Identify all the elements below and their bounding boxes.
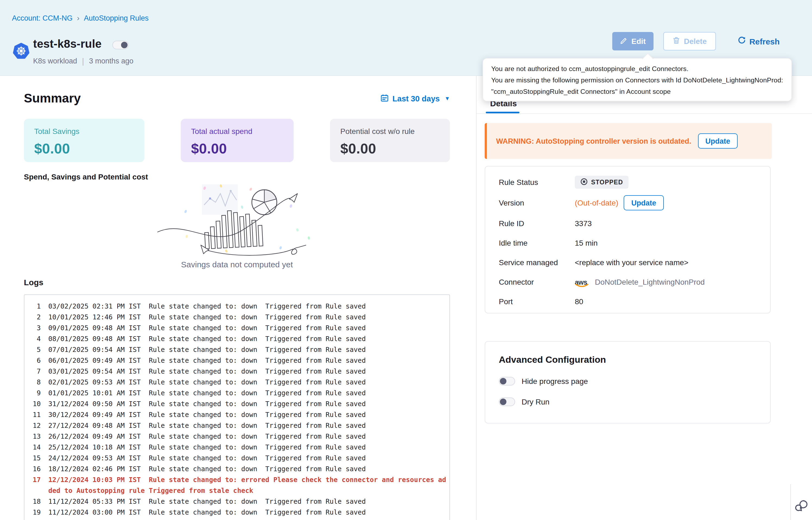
log-line: 103/02/2025 02:31 PM IST Rule state chan… xyxy=(32,301,449,312)
breadcrumb-autostopping-link[interactable]: AutoStopping Rules xyxy=(84,14,149,22)
pencil-icon xyxy=(620,36,628,46)
log-list[interactable]: 103/02/2025 02:31 PM IST Rule state chan… xyxy=(24,294,450,520)
calendar-icon xyxy=(380,94,389,103)
help-widget-divider xyxy=(790,484,791,520)
log-line: 1326/12/2024 09:49 AM IST Rule state cha… xyxy=(32,431,449,442)
toggle-label: Dry Run xyxy=(522,397,549,406)
row-label: Port xyxy=(499,297,575,306)
delete-button[interactable]: Delete xyxy=(663,32,716,50)
potential-cost-card: Potential cost w/o rule $0.00 xyxy=(330,119,450,162)
refresh-icon xyxy=(737,36,745,46)
card-value: $0.00 xyxy=(340,140,450,157)
log-line: 1130/12/2024 09:49 AM IST Rule state cha… xyxy=(32,409,449,420)
stopped-icon xyxy=(580,178,588,186)
summary-cards: Total Savings $0.00 Total actual spend $… xyxy=(24,119,450,162)
rule-meta: K8s workload | 3 months ago xyxy=(33,56,133,66)
log-line: 309/01/2025 09:48 AM IST Rule state chan… xyxy=(32,322,449,334)
toggle-label: Hide progress page xyxy=(522,377,588,386)
spend-section-heading: Spend, Savings and Potential cost xyxy=(24,173,148,181)
warning-update-button[interactable]: Update xyxy=(698,133,738,149)
delete-button-label: Delete xyxy=(684,37,707,46)
trash-icon xyxy=(672,36,680,46)
log-line: 408/01/2025 09:48 AM IST Rule state chan… xyxy=(32,334,449,344)
hide-progress-row: Hide progress page xyxy=(499,377,770,386)
permission-tooltip: You are not authorized to ccm_autostoppi… xyxy=(483,58,792,101)
controller-outdated-warning: WARNING: AutoStopping controller version… xyxy=(485,123,772,159)
version-status: (Out-of-date) xyxy=(575,199,618,207)
rule-id-value: 3373 xyxy=(575,219,592,228)
log-line: 606/01/2025 09:49 AM IST Rule state chan… xyxy=(32,355,449,366)
card-label: Potential cost w/o rule xyxy=(340,127,450,135)
connector-row: Connector aws DoNotDelete_LightwingNonPr… xyxy=(499,272,770,292)
status-badge-label: STOPPED xyxy=(591,179,623,185)
tooltip-line: You are not authorized to ccm_autostoppi… xyxy=(491,65,783,73)
card-label: Total Savings xyxy=(34,127,144,135)
dry-run-row: Dry Run xyxy=(499,397,770,406)
log-line: 802/01/2025 09:53 AM IST Rule state chan… xyxy=(32,377,449,388)
row-label: Connector xyxy=(499,278,575,286)
page: Account: CCM-NG › AutoStopping Rules tes… xyxy=(0,0,812,520)
card-label: Total actual spend xyxy=(191,127,294,135)
breadcrumb-account-link[interactable]: Account: CCM-NG xyxy=(12,14,73,22)
service-managed-value: <replace with your service name> xyxy=(575,258,689,267)
idle-time-row: Idle time 15 min xyxy=(499,233,770,253)
card-value: $0.00 xyxy=(191,140,294,157)
summary-heading: Summary xyxy=(24,91,81,106)
advanced-configuration-card: Advanced Configuration Hide progress pag… xyxy=(485,341,771,423)
connector-value[interactable]: DoNotDelete_LightwingNonProd xyxy=(595,278,705,286)
version-row: Version (Out-of-date) Update xyxy=(499,192,770,214)
log-line: 1524/12/2024 09:53 AM IST Rule state cha… xyxy=(32,453,449,464)
log-line: 507/01/2025 09:54 AM IST Rule state chan… xyxy=(32,344,449,355)
log-line: 1031/12/2024 09:50 AM IST Rule state cha… xyxy=(32,398,449,409)
rule-updated-label: 3 months ago xyxy=(89,57,133,65)
row-label: Rule Status xyxy=(499,178,575,186)
edit-button-label: Edit xyxy=(632,37,646,46)
log-line: 901/01/2025 10:01 AM IST Rule state chan… xyxy=(32,388,449,398)
service-managed-row: Service managed <replace with your servi… xyxy=(499,253,770,272)
total-savings-card: Total Savings $0.00 xyxy=(24,119,144,162)
tooltip-line: "ccm_autoStoppingRule_edit Connectors" i… xyxy=(491,88,783,96)
port-value: 80 xyxy=(575,297,583,306)
edit-button[interactable]: Edit xyxy=(612,32,654,50)
empty-chart-caption: Savings data not computed yet xyxy=(24,260,450,269)
advanced-configuration-heading: Advanced Configuration xyxy=(499,355,770,365)
dry-run-toggle[interactable] xyxy=(499,397,515,406)
card-value: $0.00 xyxy=(34,140,144,157)
k8s-workload-icon xyxy=(13,43,29,59)
row-label: Service managed xyxy=(499,258,575,267)
version-update-button[interactable]: Update xyxy=(624,195,664,210)
status-badge: STOPPED xyxy=(575,176,629,189)
column-divider xyxy=(476,75,476,520)
rule-enable-toggle[interactable] xyxy=(113,41,129,49)
breadcrumb: Account: CCM-NG › AutoStopping Rules xyxy=(12,14,149,22)
chat-help-icon[interactable] xyxy=(795,499,809,515)
log-line: 703/01/2025 09:54 AM IST Rule state chan… xyxy=(32,366,449,377)
log-line: 1618/12/2024 02:46 PM IST Rule state cha… xyxy=(32,464,449,474)
date-range-label: Last 30 days xyxy=(392,94,440,103)
rule-status-row: Rule Status STOPPED xyxy=(499,173,770,192)
rule-id-row: Rule ID 3373 xyxy=(499,214,770,233)
breadcrumb-separator: › xyxy=(77,14,79,22)
hide-progress-toggle[interactable] xyxy=(499,377,515,386)
empty-chart-illustration xyxy=(155,182,318,258)
idle-time-value: 15 min xyxy=(575,239,598,247)
row-label: Rule ID xyxy=(499,219,575,228)
chevron-down-icon: ▼ xyxy=(445,96,450,101)
refresh-button[interactable]: Refresh xyxy=(730,32,787,50)
port-row: Port 80 xyxy=(499,292,770,311)
page-title: test-k8s-rule xyxy=(33,37,101,50)
log-line: 1227/12/2024 09:48 AM IST Rule state cha… xyxy=(32,420,449,431)
meta-separator: | xyxy=(82,56,84,66)
log-line: 1712/12/2024 10:03 PM IST Rule state cha… xyxy=(32,474,449,496)
row-label: Idle time xyxy=(499,239,575,247)
total-actual-spend-card: Total actual spend $0.00 xyxy=(181,119,294,162)
refresh-button-label: Refresh xyxy=(749,36,780,46)
date-range-picker[interactable]: Last 30 days ▼ xyxy=(380,94,450,103)
warning-text: WARNING: AutoStopping controller version… xyxy=(496,137,691,145)
row-label: Version xyxy=(499,199,575,207)
rule-details-card: Rule Status STOPPED Version (Out-of-date… xyxy=(485,166,771,313)
log-line: 210/01/2025 12:46 PM IST Rule state chan… xyxy=(32,312,449,322)
aws-icon: aws xyxy=(575,278,589,286)
logs-heading: Logs xyxy=(24,278,44,287)
log-line: 1811/12/2024 05:33 PM IST Rule state cha… xyxy=(32,496,449,507)
